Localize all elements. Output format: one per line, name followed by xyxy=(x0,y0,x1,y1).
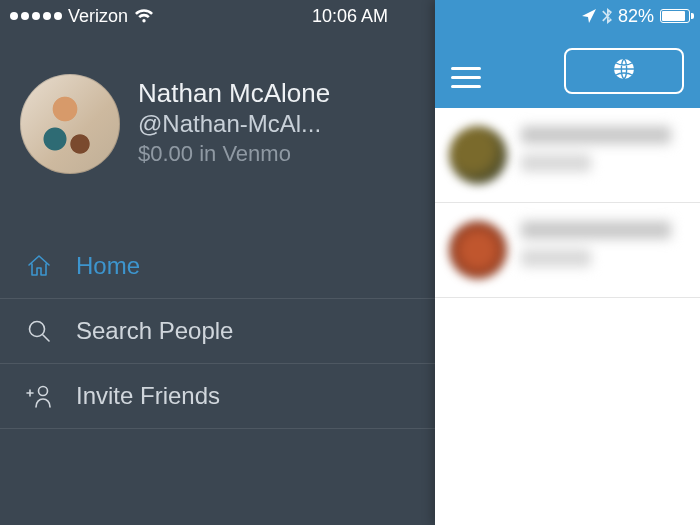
profile-name: Nathan McAlone xyxy=(138,79,415,109)
status-bar: Verizon 10:06 AM 82% xyxy=(0,0,700,32)
profile-block[interactable]: Nathan McAlone @Nathan-McAl... $0.00 in … xyxy=(0,32,435,194)
battery-percent: 82% xyxy=(618,6,654,27)
feed-item[interactable] xyxy=(435,108,700,203)
feed-text-blurred xyxy=(521,221,686,279)
location-icon xyxy=(582,9,596,23)
feed-list[interactable] xyxy=(435,108,700,525)
sidebar-item-search[interactable]: Search People xyxy=(0,299,435,364)
invite-icon xyxy=(24,383,54,409)
wifi-icon xyxy=(134,8,154,24)
sidebar-menu: Home Search People Invite Friends xyxy=(0,234,435,429)
sidebar-item-label: Home xyxy=(76,252,140,280)
globe-icon xyxy=(611,56,637,86)
svg-point-1 xyxy=(39,387,48,396)
screen: Verizon 10:06 AM 82% Nathan McAlone @N xyxy=(0,0,700,525)
feed-text-blurred xyxy=(521,126,686,184)
home-icon xyxy=(24,253,54,279)
profile-handle: @Nathan-McAl... xyxy=(138,109,415,139)
carrier-label: Verizon xyxy=(68,6,128,27)
status-right: 82% xyxy=(582,6,690,27)
feed-item[interactable] xyxy=(435,203,700,298)
bluetooth-icon xyxy=(602,8,612,24)
status-left: Verizon xyxy=(10,6,154,27)
sidebar-item-label: Invite Friends xyxy=(76,382,220,410)
feed-avatar xyxy=(449,126,507,184)
sidebar-item-home[interactable]: Home xyxy=(0,234,435,299)
main-app[interactable] xyxy=(435,0,700,525)
feed-avatar xyxy=(449,221,507,279)
svg-point-0 xyxy=(30,322,45,337)
feed-scope-button[interactable] xyxy=(564,48,684,94)
battery-icon xyxy=(660,9,690,23)
hamburger-icon[interactable] xyxy=(451,67,481,94)
sidebar-item-label: Search People xyxy=(76,317,233,345)
profile-balance: $0.00 in Venmo xyxy=(138,139,415,169)
search-icon xyxy=(24,318,54,344)
profile-text: Nathan McAlone @Nathan-McAl... $0.00 in … xyxy=(138,79,415,169)
sidebar-item-invite[interactable]: Invite Friends xyxy=(0,364,435,429)
status-time: 10:06 AM xyxy=(312,6,388,27)
signal-strength-icon xyxy=(10,12,62,20)
sidebar-drawer: Nathan McAlone @Nathan-McAl... $0.00 in … xyxy=(0,0,435,525)
avatar[interactable] xyxy=(20,74,120,174)
